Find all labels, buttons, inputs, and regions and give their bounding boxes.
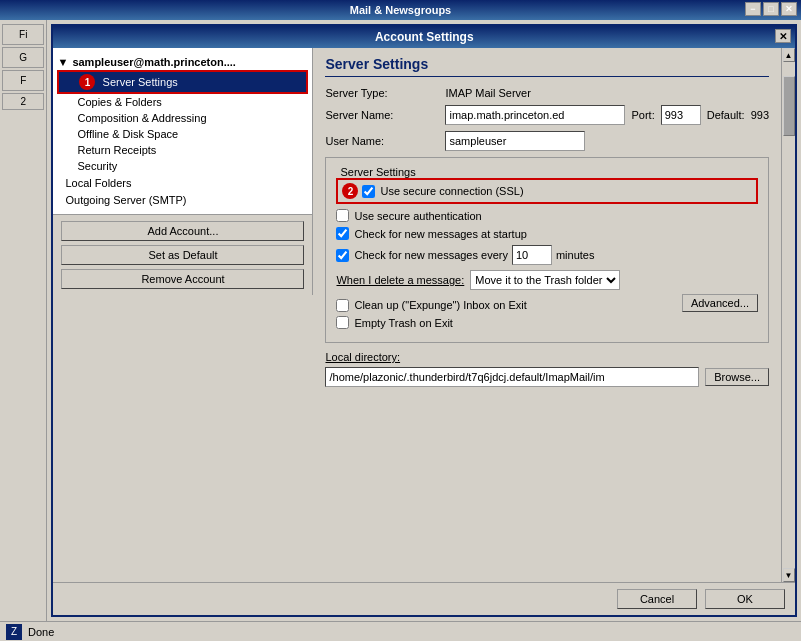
- scroll-thumb[interactable]: [783, 76, 795, 136]
- default-label: Default:: [707, 109, 745, 121]
- close-button[interactable]: ✕: [781, 2, 797, 16]
- nav-item-label-security: Security: [77, 160, 117, 172]
- nav-section-smtp[interactable]: Outgoing Server (SMTP): [57, 191, 308, 208]
- scroll-up-btn[interactable]: ▲: [783, 48, 795, 62]
- delete-row: When I delete a message: Move it to the …: [336, 270, 758, 290]
- nav-item-security[interactable]: Security: [57, 158, 308, 174]
- maximize-button[interactable]: □: [763, 2, 779, 16]
- server-name-input[interactable]: [445, 105, 625, 125]
- app-title: Mail & Newsgroups: [350, 4, 451, 16]
- right-area: Server Settings Server Type: IMAP Mail S…: [313, 48, 795, 582]
- status-text: Done: [28, 626, 54, 638]
- section-title: Server Settings: [325, 56, 769, 77]
- cancel-button[interactable]: Cancel: [617, 589, 697, 609]
- badge-1: 1: [79, 74, 95, 90]
- dialog-body: ▼ sampleuser@math.princeton.... 1 Server…: [53, 48, 795, 582]
- auth-label: Use secure authentication: [354, 210, 481, 222]
- window-controls: − □ ✕: [745, 2, 797, 16]
- nav-item-composition[interactable]: Composition & Addressing: [57, 110, 308, 126]
- dialog-title-text: Account Settings: [375, 30, 474, 44]
- left-panel: ▼ sampleuser@math.princeton.... 1 Server…: [53, 48, 313, 582]
- content-panel: Server Settings Server Type: IMAP Mail S…: [313, 48, 781, 582]
- nav-item-server-settings[interactable]: 1 Server Settings: [57, 70, 308, 94]
- nav-section-smtp-label: Outgoing Server (SMTP): [65, 194, 186, 206]
- sidebar-tab-g[interactable]: G: [2, 47, 44, 68]
- nav-item-label-composition: Composition & Addressing: [77, 112, 206, 124]
- username-row: User Name:: [325, 131, 769, 151]
- account-entry: ▼ sampleuser@math.princeton....: [57, 54, 308, 70]
- ssl-row: 2 Use secure connection (SSL): [336, 178, 758, 204]
- check-startup-checkbox[interactable]: [336, 227, 349, 240]
- nav-item-offline[interactable]: Offline & Disk Space: [57, 126, 308, 142]
- port-input[interactable]: [661, 105, 701, 125]
- dialog-title-bar: Account Settings ✕: [53, 26, 795, 48]
- empty-trash-row: Empty Trash on Exit: [336, 316, 758, 329]
- account-name[interactable]: sampleuser@math.princeton....: [70, 54, 238, 70]
- default-value: 993: [751, 109, 769, 121]
- add-account-button[interactable]: Add Account...: [61, 221, 304, 241]
- server-name-row: Server Name: Port: Default: 993: [325, 105, 769, 125]
- nav-item-label-return: Return Receipts: [77, 144, 156, 156]
- server-type-label: Server Type:: [325, 87, 445, 99]
- scroll-down-btn[interactable]: ▼: [783, 568, 795, 582]
- local-dir-section: Local directory: Browse...: [325, 351, 769, 387]
- nav-section-local-label: Local Folders: [65, 177, 131, 189]
- badge-2: 2: [342, 183, 358, 199]
- server-type-row: Server Type: IMAP Mail Server: [325, 87, 769, 99]
- sidebar-tab-2[interactable]: 2: [2, 93, 44, 110]
- fieldset-legend: Server Settings: [336, 166, 758, 178]
- ok-button[interactable]: OK: [705, 589, 785, 609]
- username-label: User Name:: [325, 135, 445, 147]
- server-settings-group: Server Settings 2 Use secure connection …: [325, 157, 769, 343]
- empty-trash-checkbox[interactable]: [336, 316, 349, 329]
- dialog-footer: Cancel OK: [53, 582, 795, 615]
- dialog-close-button[interactable]: ✕: [775, 29, 791, 43]
- account-settings-dialog: Account Settings ✕ ▼ sampleuser@math.pri…: [51, 24, 797, 617]
- port-label: Port:: [631, 109, 654, 121]
- check-every-row: Check for new messages every minutes: [336, 245, 758, 265]
- cleanup-checkbox-row: Clean up ("Expunge") Inbox on Exit: [336, 299, 526, 312]
- check-every-label: Check for new messages every: [354, 249, 507, 261]
- browse-button[interactable]: Browse...: [705, 368, 769, 386]
- check-startup-label: Check for new messages at startup: [354, 228, 526, 240]
- status-bar: Z Done: [0, 621, 801, 641]
- local-dir-row: Browse...: [325, 367, 769, 387]
- advanced-button[interactable]: Advanced...: [682, 294, 758, 312]
- ssl-label: Use secure connection (SSL): [380, 185, 523, 197]
- nav-section-local[interactable]: Local Folders: [57, 174, 308, 191]
- nav-item-label-copies: Copies & Folders: [77, 96, 161, 108]
- server-type-value: IMAP Mail Server: [445, 87, 530, 99]
- auth-row: Use secure authentication: [336, 209, 758, 222]
- username-input[interactable]: [445, 131, 585, 151]
- sidebar-tab-f[interactable]: F: [2, 70, 44, 91]
- minutes-unit: minutes: [556, 249, 595, 261]
- nav-item-label-server: Server Settings: [103, 76, 178, 88]
- set-default-button[interactable]: Set as Default: [61, 245, 304, 265]
- nav-item-return-receipts[interactable]: Return Receipts: [57, 142, 308, 158]
- local-dir-label: Local directory:: [325, 351, 769, 363]
- cleanup-checkbox[interactable]: [336, 299, 349, 312]
- nav-buttons: Add Account... Set as Default Remove Acc…: [53, 214, 313, 295]
- tree-expand-icon: ▼: [57, 56, 68, 68]
- minimize-button[interactable]: −: [745, 2, 761, 16]
- ssl-checkbox[interactable]: [362, 185, 375, 198]
- delete-select[interactable]: Move it to the Trash folder Mark it as d…: [470, 270, 620, 290]
- remove-account-button[interactable]: Remove Account: [61, 269, 304, 289]
- main-container: Fi G F 2 Account Settings ✕ ▼ sampleuser…: [0, 20, 801, 621]
- auth-checkbox[interactable]: [336, 209, 349, 222]
- cleanup-label: Clean up ("Expunge") Inbox on Exit: [354, 299, 526, 311]
- local-dir-input[interactable]: [325, 367, 699, 387]
- delete-label: When I delete a message:: [336, 274, 464, 286]
- scrollbar[interactable]: ▲ ▼: [781, 48, 795, 582]
- nav-item-label-offline: Offline & Disk Space: [77, 128, 178, 140]
- sidebar: Fi G F 2: [0, 20, 47, 621]
- nav-item-copies-folders[interactable]: Copies & Folders: [57, 94, 308, 110]
- title-bar: Mail & Newsgroups − □ ✕: [0, 0, 801, 20]
- server-name-label: Server Name:: [325, 109, 445, 121]
- check-every-checkbox[interactable]: [336, 249, 349, 262]
- empty-trash-label: Empty Trash on Exit: [354, 317, 452, 329]
- sidebar-tab-fi[interactable]: Fi: [2, 24, 44, 45]
- nav-tree: ▼ sampleuser@math.princeton.... 1 Server…: [53, 48, 313, 214]
- minutes-input[interactable]: [512, 245, 552, 265]
- check-startup-row: Check for new messages at startup: [336, 227, 758, 240]
